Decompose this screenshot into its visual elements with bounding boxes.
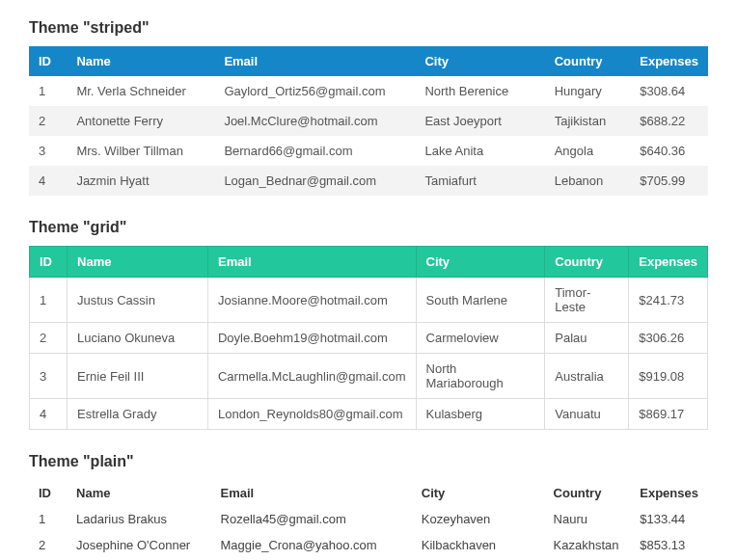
cell-expenses: $853.13: [630, 532, 708, 558]
table-header-row: ID Name Email City Country Expenses: [29, 46, 708, 76]
cell-expenses: $640.36: [630, 136, 708, 166]
cell-name: Jazmin Hyatt: [67, 166, 214, 196]
cell-email: Josianne.Moore@hotmail.com: [207, 278, 416, 323]
cell-expenses: $919.08: [629, 354, 708, 399]
table-plain: ID Name Email City Country Expenses 1 La…: [29, 480, 708, 560]
cell-expenses: $869.17: [629, 399, 708, 430]
heading-plain: Theme "plain": [29, 453, 708, 470]
col-expenses: Expenses: [629, 247, 708, 278]
cell-email: Rozella45@gmail.com: [211, 506, 412, 532]
cell-country: Timor-Leste: [545, 278, 629, 323]
col-email: Email: [207, 247, 416, 278]
section-grid: Theme "grid" ID Name Email City Country …: [29, 219, 708, 430]
cell-email: Carmella.McLaughlin@gmail.com: [207, 354, 416, 399]
cell-id: 2: [29, 106, 67, 136]
cell-id: 4: [29, 166, 67, 196]
table-row: 2 Luciano Okuneva Doyle.Boehm19@hotmail.…: [30, 323, 708, 354]
cell-expenses: $133.44: [630, 506, 708, 532]
cell-name: Ladarius Brakus: [67, 506, 210, 532]
cell-expenses: $241.73: [629, 278, 708, 323]
cell-country: Lebanon: [545, 166, 631, 196]
cell-country: Vanuatu: [545, 399, 629, 430]
cell-city: Tamiafurt: [415, 166, 544, 196]
cell-country: Kazakhstan: [544, 532, 631, 558]
col-id: ID: [29, 46, 67, 76]
cell-expenses: $705.99: [630, 166, 708, 196]
cell-email: Maggie_Crona@yahoo.com: [211, 532, 412, 558]
cell-id: 1: [29, 506, 67, 532]
cell-id: 2: [29, 532, 67, 558]
col-email: Email: [214, 46, 415, 76]
cell-id: 2: [30, 323, 68, 354]
heading-grid: Theme "grid": [29, 219, 708, 236]
cell-name: Antonette Ferry: [67, 106, 214, 136]
cell-id: 1: [29, 76, 67, 106]
col-name: Name: [68, 247, 208, 278]
col-name: Name: [67, 480, 210, 506]
cell-email: Gaylord_Ortiz56@gmail.com: [214, 76, 415, 106]
cell-country: Nauru: [544, 506, 631, 532]
col-expenses: Expenses: [630, 480, 708, 506]
cell-expenses: $688.22: [630, 106, 708, 136]
cell-city: Carmeloview: [416, 323, 545, 354]
cell-expenses: $308.64: [630, 76, 708, 106]
cell-email: Logan_Bednar@gmail.com: [214, 166, 415, 196]
cell-city: North Berenice: [415, 76, 544, 106]
table-header-row: ID Name Email City Country Expenses: [30, 247, 708, 278]
cell-email: London_Reynolds80@gmail.com: [207, 399, 416, 430]
cell-country: Tajikistan: [545, 106, 631, 136]
cell-email: Bernard66@gmail.com: [214, 136, 415, 166]
table-row: 2 Josephine O'Conner Maggie_Crona@yahoo.…: [29, 532, 708, 558]
table-row: 3 Ernie Feil III Carmella.McLaughlin@gma…: [30, 354, 708, 399]
table-row: 1 Justus Cassin Josianne.Moore@hotmail.c…: [30, 278, 708, 323]
col-country: Country: [545, 247, 629, 278]
col-country: Country: [544, 480, 631, 506]
col-id: ID: [30, 247, 68, 278]
cell-name: Mrs. Wilber Tillman: [67, 136, 214, 166]
cell-city: Lake Anita: [415, 136, 544, 166]
cell-city: North Mariaborough: [416, 354, 545, 399]
cell-country: Australia: [545, 354, 629, 399]
table-row: 4 Jazmin Hyatt Logan_Bednar@gmail.com Ta…: [29, 166, 708, 196]
col-city: City: [416, 247, 545, 278]
cell-country: Palau: [545, 323, 629, 354]
cell-city: East Joeyport: [415, 106, 544, 136]
cell-city: Kozeyhaven: [412, 506, 544, 532]
cell-name: Justus Cassin: [68, 278, 208, 323]
cell-email: Doyle.Boehm19@hotmail.com: [207, 323, 416, 354]
table-row: 1 Ladarius Brakus Rozella45@gmail.com Ko…: [29, 506, 708, 532]
table-header-row: ID Name Email City Country Expenses: [29, 480, 708, 506]
col-expenses: Expenses: [630, 46, 708, 76]
cell-name: Luciano Okuneva: [68, 323, 208, 354]
cell-name: Mr. Verla Schneider: [67, 76, 214, 106]
col-email: Email: [211, 480, 412, 506]
table-striped: ID Name Email City Country Expenses 1 Mr…: [29, 46, 708, 196]
col-city: City: [412, 480, 544, 506]
section-plain: Theme "plain" ID Name Email City Country…: [29, 453, 708, 560]
cell-expenses: $306.26: [629, 323, 708, 354]
cell-city: Kilbackhaven: [412, 532, 544, 558]
table-grid: ID Name Email City Country Expenses 1 Ju…: [29, 246, 708, 430]
cell-city: Kulasberg: [416, 399, 545, 430]
table-row: 4 Estrella Grady London_Reynolds80@gmail…: [30, 399, 708, 430]
col-city: City: [415, 46, 544, 76]
cell-id: 4: [30, 399, 68, 430]
cell-country: Hungary: [545, 76, 631, 106]
cell-name: Estrella Grady: [68, 399, 208, 430]
col-name: Name: [67, 46, 214, 76]
table-row: 3 Mrs. Wilber Tillman Bernard66@gmail.co…: [29, 136, 708, 166]
cell-country: Angola: [545, 136, 631, 166]
col-country: Country: [545, 46, 631, 76]
cell-id: 3: [29, 136, 67, 166]
col-id: ID: [29, 480, 67, 506]
table-row: 1 Mr. Verla Schneider Gaylord_Ortiz56@gm…: [29, 76, 708, 106]
cell-email: Joel.McClure@hotmail.com: [214, 106, 415, 136]
cell-id: 1: [30, 278, 68, 323]
table-row: 2 Antonette Ferry Joel.McClure@hotmail.c…: [29, 106, 708, 136]
section-striped: Theme "striped" ID Name Email City Count…: [29, 19, 708, 196]
cell-name: Josephine O'Conner: [67, 532, 210, 558]
cell-city: South Marlene: [416, 278, 545, 323]
cell-id: 3: [30, 354, 68, 399]
cell-name: Ernie Feil III: [68, 354, 208, 399]
heading-striped: Theme "striped": [29, 19, 708, 37]
